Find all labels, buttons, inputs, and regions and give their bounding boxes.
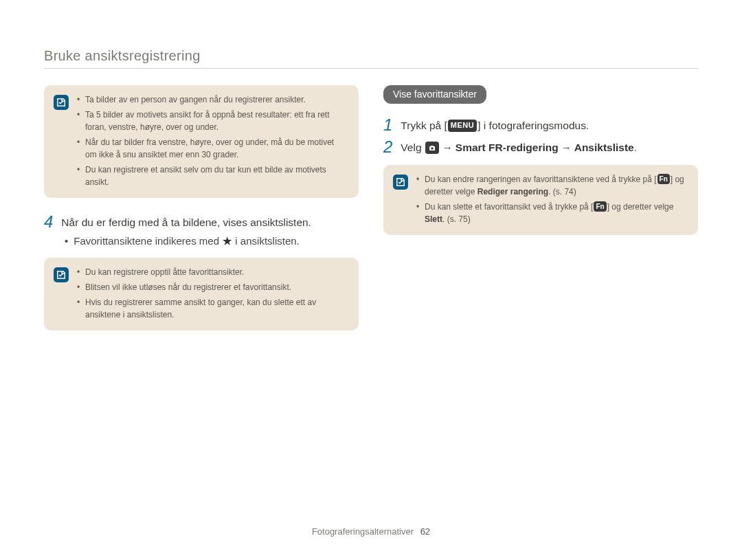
menu-path: Ansiktsliste <box>574 142 634 153</box>
menu-button-icon: MENU <box>448 120 477 132</box>
section-pill: Vise favorittansikter <box>383 85 486 104</box>
substep-text-after: i ansiktslisten. <box>232 235 300 247</box>
manual-page: Bruke ansiktsregistrering Ta bilder av e… <box>0 0 742 373</box>
tip-item: Ta bilder av en person av gangen når du … <box>77 93 346 106</box>
fn-button-icon: Fn <box>594 201 606 212</box>
fn-button-icon: Fn <box>657 174 670 184</box>
step-1: 1 Trykk på [MENU] i fotograferingsmodus. <box>383 116 698 134</box>
tip-item: Du kan registrere opptil åtte favorittan… <box>77 266 346 278</box>
menu-path: Smart FR-redigering <box>456 142 559 153</box>
left-column: Ta bilder av en person av gangen når du … <box>44 85 359 346</box>
tip-item: Blitsen vil ikke utløses når du registre… <box>77 281 346 293</box>
info-box-tips-2: Du kan registrere opptil åtte favorittan… <box>44 258 359 331</box>
content-columns: Ta bilder av en person av gangen når du … <box>44 85 698 346</box>
page-footer: Fotograferingsalternativer 62 <box>0 526 742 537</box>
step-4: 4 Når du er ferdig med å ta bildene, vis… <box>44 213 359 231</box>
footer-page-number: 62 <box>420 526 430 537</box>
camera-icon <box>425 142 439 154</box>
substep-text-before: Favorittansiktene indikeres med <box>74 235 222 247</box>
step-number: 1 <box>383 116 392 134</box>
tip-list: Du kan endre rangeringen av favorittansi… <box>416 173 686 225</box>
step-number: 4 <box>44 213 53 231</box>
tip-item: Du kan endre rangeringen av favorittansi… <box>416 173 686 198</box>
right-column: Vise favorittansikter 1 Trykk på [MENU] … <box>383 85 698 346</box>
arrow-icon: → <box>561 142 572 153</box>
step-text: Velg →Smart FR-redigering→Ansiktsliste. <box>401 138 637 155</box>
star-icon: ★ <box>223 235 232 247</box>
step-text: Trykk på [MENU] i fotograferingsmodus. <box>401 116 589 133</box>
arrow-icon: → <box>442 142 453 153</box>
tip-item: Hvis du registrerer samme ansikt to gang… <box>77 296 346 321</box>
tip-list: Du kan registrere opptil åtte favorittan… <box>77 266 346 321</box>
tip-item: Du kan slette et favorittansikt ved å tr… <box>416 201 686 225</box>
footer-section: Fotograferingsalternativer <box>312 526 414 537</box>
step-text: Når du er ferdig med å ta bildene, vises… <box>61 213 311 230</box>
tip-list: Ta bilder av en person av gangen når du … <box>77 93 346 188</box>
step-2: 2 Velg →Smart FR-redigering→Ansiktsliste… <box>383 138 698 156</box>
tip-item: Ta 5 bilder av motivets ansikt for å opp… <box>77 109 346 133</box>
page-title: Bruke ansiktsregistrering <box>44 48 698 69</box>
note-icon <box>393 175 408 190</box>
step-4-sub: Favorittansiktene indikeres med ★ i ansi… <box>65 235 359 258</box>
step-number: 2 <box>383 138 392 156</box>
info-box-tips-3: Du kan endre rangeringen av favorittansi… <box>383 165 698 235</box>
tip-item: Du kan registrere et ansikt selv om du t… <box>77 164 346 188</box>
tip-item: Når du tar bilder fra venstre, høyre, ov… <box>77 136 346 161</box>
note-icon <box>54 95 69 110</box>
info-box-tips-1: Ta bilder av en person av gangen når du … <box>44 85 359 198</box>
note-icon <box>54 267 69 282</box>
svg-point-0 <box>431 147 434 150</box>
